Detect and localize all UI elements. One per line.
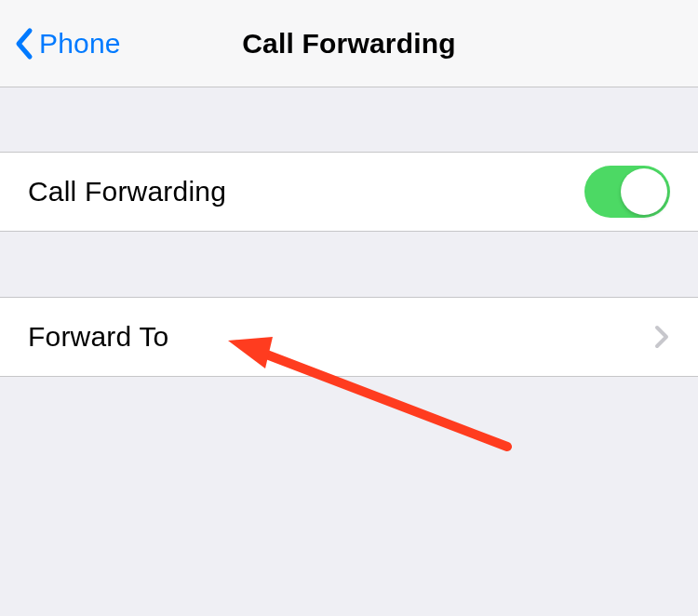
page-title: Call Forwarding	[242, 28, 456, 60]
forward-to-row[interactable]: Forward To	[0, 298, 698, 377]
navigation-header: Phone Call Forwarding	[0, 0, 698, 87]
call-forwarding-label: Call Forwarding	[28, 176, 226, 208]
forward-to-label: Forward To	[28, 321, 169, 353]
back-button-label: Phone	[39, 28, 121, 60]
section-spacer	[0, 87, 698, 153]
back-button[interactable]: Phone	[0, 0, 121, 87]
chevron-right-icon	[653, 324, 670, 350]
call-forwarding-row: Call Forwarding	[0, 153, 698, 232]
chevron-left-icon	[13, 27, 34, 60]
toggle-knob	[621, 168, 667, 215]
empty-area	[0, 377, 698, 616]
section-spacer	[0, 232, 698, 298]
call-forwarding-toggle[interactable]	[584, 166, 670, 218]
